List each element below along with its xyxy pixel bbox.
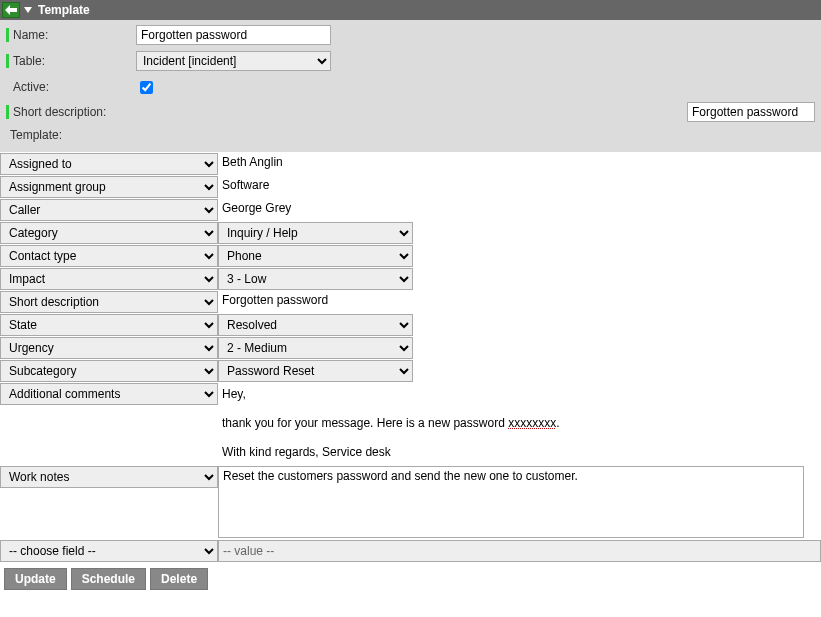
table-label: Table:	[6, 54, 136, 68]
template-row: Contact typePhone	[0, 245, 821, 267]
template-value: Phone	[218, 245, 821, 267]
template-row: Assignment groupSoftware	[0, 176, 821, 198]
short-description-value: Forgotten password	[687, 102, 815, 122]
template-value-select[interactable]: Password Reset	[218, 360, 413, 382]
short-description-label: Short description:	[6, 105, 136, 119]
template-value: Inquiry / Help	[218, 222, 821, 244]
template-section-label: Template:	[6, 124, 815, 146]
name-label: Name:	[6, 28, 136, 42]
template-row: CallerGeorge Grey	[0, 199, 821, 221]
template-value-text: Software	[218, 176, 273, 198]
template-field-select[interactable]: Category	[0, 222, 218, 244]
template-value: Software	[218, 176, 821, 198]
template-field-select[interactable]: State	[0, 314, 218, 336]
template-value-text: George Grey	[218, 199, 295, 221]
button-row: Update Schedule Delete	[0, 562, 821, 596]
template-value-select[interactable]: Inquiry / Help	[218, 222, 413, 244]
template-field-select[interactable]: Short description	[0, 291, 218, 313]
template-value: Forgotten password	[218, 291, 821, 313]
template-row: Additional commentsHey,thank you for you…	[0, 383, 821, 465]
table-select[interactable]: Incident [incident]	[136, 51, 331, 71]
template-row: StateResolved	[0, 314, 821, 336]
name-input[interactable]	[136, 25, 331, 45]
template-value-select[interactable]: Phone	[218, 245, 413, 267]
active-label: Active:	[6, 80, 136, 94]
choose-field-select[interactable]: -- choose field --	[0, 540, 218, 562]
template-value-select[interactable]: Resolved	[218, 314, 413, 336]
template-value: 2 - Medium	[218, 337, 821, 359]
choose-value-placeholder: -- value --	[218, 540, 821, 562]
template-field-select[interactable]: Assignment group	[0, 176, 218, 198]
back-icon[interactable]	[2, 2, 20, 18]
template-value	[218, 466, 821, 538]
template-value-select[interactable]: 3 - Low	[218, 268, 413, 290]
template-field-select[interactable]: Urgency	[0, 337, 218, 359]
active-checkbox[interactable]	[140, 81, 153, 94]
template-value-select[interactable]: 2 - Medium	[218, 337, 413, 359]
menu-caret-icon[interactable]	[22, 2, 34, 18]
template-rows: Assigned toBeth AnglinAssignment groupSo…	[0, 153, 821, 538]
template-value-text: Forgotten password	[218, 291, 332, 313]
template-field-select[interactable]: Impact	[0, 268, 218, 290]
update-button[interactable]: Update	[4, 568, 67, 590]
template-row: Short descriptionForgotten password	[0, 291, 821, 313]
template-row: SubcategoryPassword Reset	[0, 360, 821, 382]
template-value-text: Beth Anglin	[218, 153, 287, 175]
template-value: 3 - Low	[218, 268, 821, 290]
schedule-button[interactable]: Schedule	[71, 568, 146, 590]
template-row: Assigned toBeth Anglin	[0, 153, 821, 175]
template-row: Impact3 - Low	[0, 268, 821, 290]
template-value: Beth Anglin	[218, 153, 821, 175]
title-bar: Template	[0, 0, 821, 20]
template-field-select[interactable]: Assigned to	[0, 153, 218, 175]
table-select-wrap: Incident [incident]	[136, 51, 331, 71]
template-field-select[interactable]: Work notes	[0, 466, 218, 488]
template-value: Resolved	[218, 314, 821, 336]
template-value: Hey,thank you for your message. Here is …	[218, 383, 821, 465]
template-row: Work notes	[0, 466, 821, 538]
choose-row: -- choose field -- -- value --	[0, 540, 821, 562]
page-title: Template	[38, 3, 90, 17]
template-field-select[interactable]: Caller	[0, 199, 218, 221]
form-header: Name: Table: Incident [incident] Active:…	[0, 20, 821, 152]
delete-button[interactable]: Delete	[150, 568, 208, 590]
template-value-comment: Hey,thank you for your message. Here is …	[218, 383, 563, 465]
template-value-textarea[interactable]	[218, 466, 804, 538]
template-row: Urgency2 - Medium	[0, 337, 821, 359]
template-row: CategoryInquiry / Help	[0, 222, 821, 244]
template-field-select[interactable]: Subcategory	[0, 360, 218, 382]
template-field-select[interactable]: Additional comments	[0, 383, 218, 405]
template-value: Password Reset	[218, 360, 821, 382]
template-field-select[interactable]: Contact type	[0, 245, 218, 267]
template-value: George Grey	[218, 199, 821, 221]
